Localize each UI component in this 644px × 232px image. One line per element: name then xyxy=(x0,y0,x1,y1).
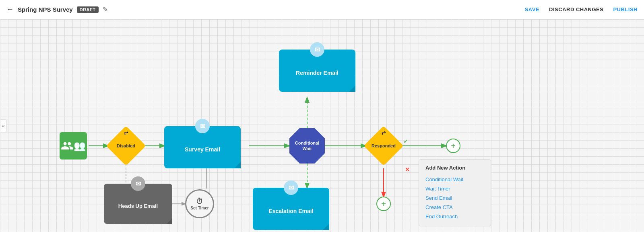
publish-button[interactable]: PUBLISH xyxy=(613,6,638,12)
plus-icon-right: + xyxy=(451,141,456,151)
people-node[interactable] xyxy=(60,132,87,160)
plus-icon-below: + xyxy=(381,199,386,209)
responded-diamond[interactable]: ⇄ Responded xyxy=(365,128,402,164)
menu-item-create-cta[interactable]: Create CTA xyxy=(425,203,484,212)
dropdown-title: Add New Action xyxy=(425,165,484,171)
add-action-button-below[interactable]: + xyxy=(376,197,391,211)
menu-item-conditional-wait[interactable]: Conditional Wait xyxy=(425,175,484,184)
page-title: Spring NPS Survey xyxy=(18,6,73,13)
escalation-email-node[interactable]: ✉ Escalation Email xyxy=(253,188,329,230)
topbar-right: SAVE DISCARD CHANGES PUBLISH xyxy=(525,6,638,12)
escalation-email-icon: ✉ xyxy=(284,180,298,195)
reminder-email-icon: ✉ xyxy=(310,42,324,57)
discard-button[interactable]: DISCARD CHANGES xyxy=(549,6,603,12)
save-button[interactable]: SAVE xyxy=(525,6,539,12)
topbar: ← Spring NPS Survey DRAFT ✎ SAVE DISCARD… xyxy=(0,0,644,19)
heads-up-email-node[interactable]: ✉ Heads Up Email xyxy=(104,184,172,224)
draft-badge: DRAFT xyxy=(77,6,99,13)
edit-title-button[interactable]: ✎ xyxy=(103,6,108,13)
back-button[interactable]: ← xyxy=(6,5,14,14)
reminder-email-node[interactable]: ✉ Reminder Email xyxy=(279,50,355,92)
survey-email-node[interactable]: ✉ Survey Email xyxy=(164,126,241,168)
clock-icon: ⏱ xyxy=(196,197,203,206)
menu-item-wait-timer[interactable]: Wait Timer xyxy=(425,184,484,193)
add-action-button-right[interactable]: + xyxy=(446,139,460,153)
menu-item-end-outreach[interactable]: End Outreach xyxy=(425,212,484,221)
add-action-dropdown: Add New Action Conditional Wait Wait Tim… xyxy=(419,160,491,226)
workflow-canvas: ✓ ✕ ⇄ Disabled ✉ Survey Email ✉ Reminder… xyxy=(0,19,644,232)
conditional-wait-node[interactable]: Conditional Wait xyxy=(289,128,325,164)
topbar-left: ← Spring NPS Survey DRAFT ✎ xyxy=(6,5,525,14)
survey-email-icon: ✉ xyxy=(195,119,210,133)
set-timer-node[interactable]: ⏱ Set Timer xyxy=(185,189,214,218)
svg-text:✓: ✓ xyxy=(403,138,408,145)
heads-up-email-icon: ✉ xyxy=(131,176,145,191)
menu-item-send-email[interactable]: Send Email xyxy=(425,193,484,203)
disabled-diamond[interactable]: ⇄ Disabled xyxy=(108,128,144,164)
svg-text:✕: ✕ xyxy=(405,166,410,173)
people-icon xyxy=(61,139,74,152)
sidebar-toggle-button[interactable]: » xyxy=(0,119,7,132)
